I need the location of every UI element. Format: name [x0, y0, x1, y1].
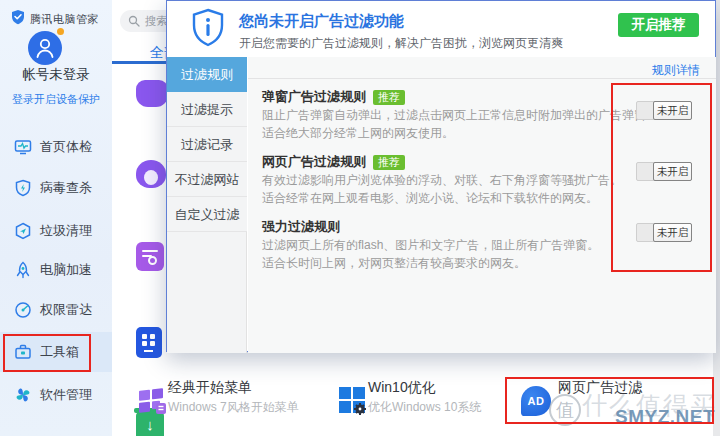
dialog-tab-list: 过滤规则 过滤提示 过滤记录 不过滤网站 自定义过滤 — [167, 57, 247, 353]
toggle-popup-ad-filter[interactable]: 未开启 — [636, 101, 692, 120]
avatar[interactable] — [28, 31, 62, 65]
sidebar-item-label: 首页体检 — [40, 138, 92, 156]
sidebar-item-label: 病毒查杀 — [40, 179, 92, 197]
dialog-header: 您尚未开启广告过滤功能 开启您需要的广告过滤规则，解决广告困扰，浏览网页更清爽 … — [167, 1, 715, 57]
toggle-strong-filter[interactable]: 未开启 — [636, 223, 692, 242]
windows10-logo-icon — [337, 385, 367, 419]
info-shield-icon — [190, 8, 226, 52]
ad-filter-dialog: 您尚未开启广告过滤功能 开启您需要的广告过滤规则，解决广告困扰，浏览网页更清爽 … — [166, 0, 716, 352]
security-tool-icon[interactable] — [136, 80, 168, 107]
account-status: 帐号未登录 — [0, 66, 112, 84]
sidebar-item-label: 工具箱 — [40, 343, 79, 361]
shield-logo-icon — [10, 9, 26, 29]
tab-custom-filter[interactable]: 自定义过滤 — [167, 197, 247, 232]
sidebar-item-software-manage[interactable]: 软件管理 — [0, 375, 112, 415]
dialog-subtitle: 开启您需要的广告过滤规则，解决广告困扰，浏览网页更清爽 — [239, 35, 563, 52]
app-title: 腾讯电脑管家 — [30, 12, 99, 27]
rule-title: 强力过滤规则 — [262, 218, 340, 236]
sidebar-item-virus-scan[interactable]: 病毒查杀 — [0, 168, 112, 208]
ad-filter-icon: AD — [521, 386, 551, 416]
sidebar-item-label: 垃圾清理 — [40, 222, 92, 240]
recommend-badge: 推荐 — [373, 155, 405, 170]
search-icon — [128, 15, 140, 27]
rocket-icon — [14, 261, 32, 279]
tab-filter-rules[interactable]: 过滤规则 — [167, 57, 247, 92]
sidebar-item-toolbox[interactable]: 工具箱 — [0, 332, 112, 372]
rule-desc: 适合绝大部分经常上网的网友使用。 — [262, 124, 716, 142]
rule-details-link[interactable]: 规则详情 — [652, 62, 700, 79]
qq-tool-icon[interactable] — [136, 160, 166, 188]
sidebar: 腾讯电脑管家 帐号未登录 登录开启设备保护 首页体检 病毒查杀 垃圾清理 — [0, 0, 112, 436]
app-logo: 腾讯电脑管家 — [10, 9, 99, 29]
sidebar-item-label: 电脑加速 — [40, 261, 92, 279]
toggle-web-ad-filter[interactable]: 未开启 — [636, 162, 692, 181]
sidebar-item-junk-clean[interactable]: 垃圾清理 — [0, 211, 112, 251]
phone-tool-icon[interactable] — [136, 327, 162, 358]
tab-filter-tips[interactable]: 过滤提示 — [167, 92, 247, 127]
sidebar-item-speedup[interactable]: 电脑加速 — [0, 250, 112, 290]
sidebar-item-label: 权限雷达 — [40, 301, 92, 319]
tool-title: Win10优化 — [368, 379, 436, 397]
tab-underline — [112, 61, 170, 64]
rule-desc: 适合长时间上网，对网页整洁有较高要求的网友。 — [262, 254, 716, 272]
tab-filter-records[interactable]: 过滤记录 — [167, 127, 247, 162]
rule-title: 弹窗广告过滤规则 — [262, 88, 366, 106]
sidebar-item-permission-radar[interactable]: 权限雷达 — [0, 290, 112, 330]
login-link[interactable]: 登录开启设备保护 — [0, 92, 112, 107]
notification-dot — [57, 28, 64, 35]
dialog-title: 您尚未开启广告过滤功能 — [239, 12, 404, 31]
tool-subtitle: 优化Windows 10系统 — [368, 399, 481, 416]
sidebar-item-checkup[interactable]: 首页体检 — [0, 127, 112, 167]
app-window: 腾讯电脑管家 帐号未登录 登录开启设备保护 首页体检 病毒查杀 垃圾清理 — [0, 0, 720, 436]
search-placeholder: 搜索 — [145, 14, 168, 29]
toolbox-icon — [14, 343, 32, 361]
rule-desc: 适合经常在网上观看电影、浏览小说、论坛和下载软件的网友。 — [262, 189, 716, 207]
radar-icon — [14, 301, 32, 319]
watermark-logo: 值 — [549, 394, 581, 426]
monitor-checkup-icon — [14, 138, 32, 156]
enable-recommended-button[interactable]: 开启推荐 — [618, 13, 699, 37]
tool-subtitle: Windows 7风格开始菜单 — [168, 399, 299, 416]
virus-shield-icon — [14, 179, 32, 197]
tab-unfiltered-sites[interactable]: 不过滤网站 — [167, 162, 247, 197]
windows7-flag-icon — [137, 385, 167, 419]
clean-hexagon-icon — [14, 222, 32, 240]
watermark-site: SMYZ.NET — [615, 406, 715, 428]
file-scan-tool-icon[interactable] — [136, 242, 164, 271]
sidebar-item-label: 软件管理 — [40, 386, 92, 404]
rule-title: 网页广告过滤规则 — [262, 153, 366, 171]
details-row: 规则详情 — [248, 57, 716, 79]
pinwheel-icon — [14, 386, 32, 404]
recommend-badge: 推荐 — [373, 90, 405, 105]
tool-title: 经典开始菜单 — [168, 379, 252, 397]
